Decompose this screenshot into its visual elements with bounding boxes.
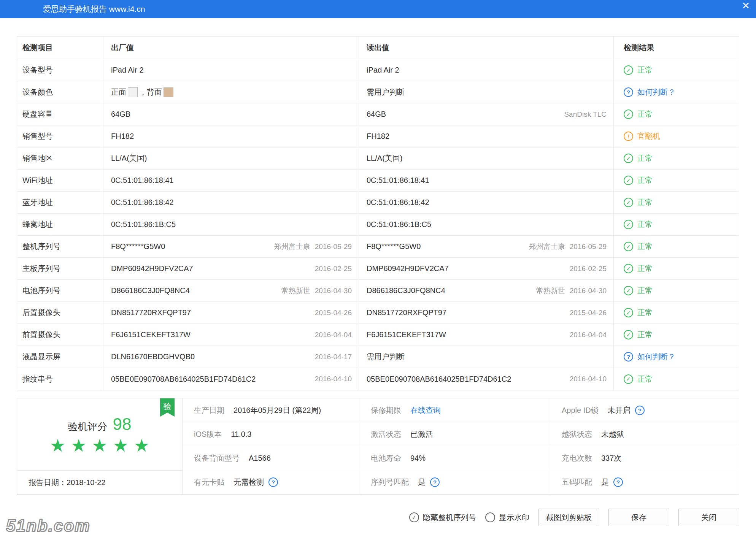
close-icon[interactable]: ✕ [742,0,750,11]
result-text: 正常 [637,65,653,75]
table-row: 液晶显示屏 DLN61670EBDGHVQB02016-04-17 需用户判断 … [17,346,739,368]
question-circle-icon[interactable] [430,477,440,487]
read-date: 2015-04-26 [570,309,607,317]
detect-item-label: 指纹串号 [17,368,103,390]
factory-date: 2015-04-26 [315,309,352,317]
result-text: 正常 [637,109,653,119]
read-value-cell: DN8517720RXFQPT972015-04-26 [359,302,614,324]
table-header-row: 检测项目 出厂值 读出值 检测结果 [17,36,739,59]
factory-value: F8Q******G5W0 [111,242,165,251]
summary-cell-activation-status: 激活状态已激活 [359,422,550,446]
read-date: 2016-04-30 [570,287,607,295]
header-read-value: 读出值 [359,36,614,59]
result-text: 正常 [637,308,653,318]
summary-cell-back-model: 设备背面型号A1566 [182,446,359,470]
save-button[interactable]: 保存 [608,509,669,526]
question-circle-icon[interactable] [613,477,623,487]
table-row: 销售地区 LL/A(美国) LL/A(美国) 正常 [17,147,739,170]
checked-radio-icon[interactable] [409,512,419,522]
result-text: 正常 [637,374,653,384]
report-date-label: 报告日期： [29,477,67,488]
report-window: 爱思助手验机报告 www.i4.cn ✕ 检测项目 出厂值 读出值 检测结果 设… [0,0,756,536]
factory-date: 2016-04-04 [315,331,352,339]
hide-serial-toggle[interactable]: 隐藏整机序列号 [409,512,476,523]
result-cell: 正常 [614,302,739,324]
factory-value: 64GB [111,110,130,119]
detect-item-label: 硬盘容量 [17,103,103,125]
read-value: F6J6151CEKEFT317W [367,330,446,339]
table-row: WiFi地址 0C:51:01:86:18:41 0C:51:01:86:18:… [17,170,739,192]
read-value: F8Q******G5W0 [367,242,421,251]
how-to-judge-link[interactable]: 如何判断？ [637,352,675,362]
check-circle-icon [624,330,633,339]
footer-controls: 隐藏整机序列号 显示水印 截图到剪贴板 保存 关闭 [17,509,739,526]
show-watermark-label: 显示水印 [499,512,529,523]
factory-value-cell: 0C:51:01:86:1B:C5 [103,214,359,235]
factory-value-cell: iPad Air 2 [103,59,359,81]
screenshot-to-clipboard-button[interactable]: 截图到剪贴板 [538,509,599,526]
read-date: 2016-04-04 [570,331,607,339]
check-circle-icon [624,220,633,229]
back-color-label: ，背面 [139,87,162,97]
read-value: 64GB [367,110,386,119]
report-date-row: 报告日期： 2018-10-22 [17,470,182,494]
read-value-cell: F8Q******G5W0郑州富士康2016-05-29 [359,236,614,257]
warning-circle-icon [624,132,633,141]
summary-cell-sim-sticker: 有无卡贴无需检测 [182,470,359,494]
read-value-cell: DMP60942H9DFV2CA72016-02-25 [359,258,614,279]
question-circle-icon[interactable] [624,352,633,362]
check-circle-icon [624,286,633,295]
read-value-cell: 需用户判断 [359,346,614,368]
read-value: 05BE0E090708AB6164025B1FD74D61C2 [367,375,511,384]
header-result: 检测结果 [614,36,739,59]
table-row: 后置摄像头 DN8517720RXFQPT972015-04-26 DN8517… [17,302,739,324]
factory-value-cell: 0C:51:01:86:18:41 [103,170,359,191]
read-value: D866186C3J0FQ8NC4 [367,286,445,295]
factory-value-cell: F8Q******G5W0郑州富士康2016-05-29 [103,236,359,257]
detect-item-label: 后置摄像头 [17,302,103,324]
question-circle-icon[interactable] [635,406,645,415]
read-value: DMP60942H9DFV2CA7 [367,264,449,273]
result-cell: 正常 [614,236,739,257]
how-to-judge-link[interactable]: 如何判断？ [637,87,675,97]
read-value-cell: 64GBSanDisk TLC [359,103,614,125]
summary-cell-battery-life: 电池寿命94% [359,446,550,470]
read-value: LL/A(美国) [367,153,402,163]
read-value-cell: 0C:51:01:86:1B:C5 [359,214,614,235]
report-date-value: 2018-10-22 [67,478,105,487]
score-block: 验机评分 98 ★★★★★ [17,398,182,470]
read-value-cell: D866186C3J0FQ8NC4常熟新世2016-04-30 [359,280,614,301]
read-value: 0C:51:01:86:1B:C5 [367,220,431,229]
summary-cell-production-date: 生产日期2016年05月29日 (第22周) [182,398,359,422]
result-cell: 如何判断？ [614,346,739,368]
result-text: 正常 [637,153,653,163]
read-value-cell: 05BE0E090708AB6164025B1FD74D61C22016-04-… [359,368,614,390]
flash-vendor-note: SanDisk TLC [564,110,607,119]
result-text: 正常 [637,285,653,296]
factory-value-cell: DLN61670EBDGHVQB02016-04-17 [103,346,359,368]
factory-value-cell: 64GB [103,103,359,125]
factory-note: 常熟新世 [281,286,310,296]
factory-value: FH182 [111,132,134,141]
show-watermark-toggle[interactable]: 显示水印 [485,512,529,523]
check-circle-icon [624,198,633,207]
question-circle-icon[interactable] [624,87,633,97]
result-cell: 官翻机 [614,125,739,147]
read-value: 0C:51:01:86:18:42 [367,198,429,207]
header-detect-item: 检测项目 [17,36,103,59]
table-row: 蓝牙地址 0C:51:01:86:18:42 0C:51:01:86:18:42… [17,192,739,214]
result-cell: 如何判断？ [614,81,739,103]
detect-item-label: 设备颜色 [17,81,103,103]
read-note: 常熟新世 [536,286,565,296]
factory-value: DN8517720RXFQPT97 [111,308,191,317]
question-circle-icon[interactable] [268,477,278,487]
read-value-cell: LL/A(美国) [359,147,614,169]
close-button[interactable]: 关闭 [678,509,739,526]
read-date: 2016-04-10 [570,375,607,383]
factory-value-cell: 05BE0E090708AB6164025B1FD74D61C22016-04-… [103,368,359,390]
header-factory-value: 出厂值 [103,36,359,59]
unchecked-radio-icon[interactable] [485,512,495,522]
read-value: 需用户判断 [367,352,405,362]
detect-item-label: 销售地区 [17,147,103,169]
warranty-check-link[interactable]: 在线查询 [410,405,441,415]
